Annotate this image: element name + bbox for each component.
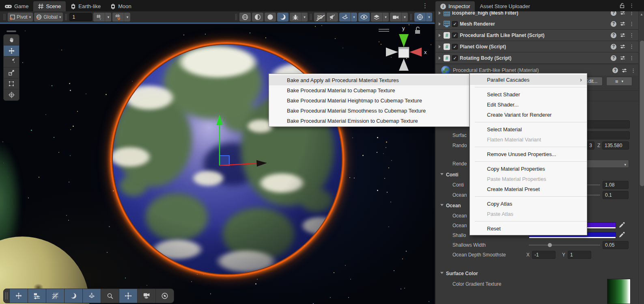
tab-scene[interactable]: Scene [33, 1, 66, 11]
overlay-drag-handle[interactable] [4, 292, 9, 300]
foldout-icon[interactable] [439, 45, 441, 48]
menu-item-remove-unused[interactable]: Remove Unused Properties... [470, 149, 587, 159]
shading-shaded-button[interactable] [265, 13, 276, 22]
foldout-icon[interactable] [439, 22, 441, 26]
menu-item-bake-emission[interactable]: Bake Procedural Material Emission to Cub… [269, 116, 469, 126]
grid-axis-button[interactable]: Y [93, 13, 105, 22]
menu-item-copy-atlas[interactable]: Copy Atlas [470, 199, 587, 209]
preset-icon[interactable] [620, 44, 625, 49]
kebab-icon[interactable]: ⋮ [629, 43, 634, 50]
tab-moon[interactable]: Moon [106, 1, 136, 11]
kebab-icon[interactable]: ⋮ [631, 67, 636, 74]
shading-wireframe-button[interactable] [239, 13, 251, 22]
slider-track[interactable] [529, 245, 600, 245]
chevron-down-icon[interactable]: ▾ [351, 13, 357, 22]
scroll-up-icon[interactable]: ▲ [640, 13, 643, 16]
menu-item-copy-properties[interactable]: Copy Material Properties [470, 164, 587, 174]
help-icon[interactable]: ? [611, 11, 616, 16]
debug-bug-button[interactable] [290, 13, 301, 22]
rotate-tool[interactable] [4, 56, 19, 67]
color-gradient-thumbnail[interactable] [607, 279, 631, 304]
scene-viewport[interactable]: y x [0, 24, 435, 304]
effects-button[interactable] [339, 13, 351, 22]
chevron-down-icon[interactable]: ▾ [401, 13, 408, 22]
preset-icon[interactable] [620, 11, 625, 15]
preset-icon[interactable] [620, 55, 625, 61]
menu-item-edit-shader[interactable]: Edit Shader... [470, 100, 587, 110]
hand-tool[interactable] [4, 35, 19, 46]
component-enabled-checkbox[interactable]: ✓ [452, 55, 458, 61]
audio-mute-button[interactable] [327, 13, 338, 22]
y-axis-cone[interactable] [399, 34, 409, 47]
neg-x-axis-cone[interactable] [386, 48, 398, 56]
component-rotating-body[interactable]: # ✓ Rotating Body (Script) ? ⋮ [435, 52, 644, 64]
kebab-icon[interactable]: ⋮ [629, 55, 634, 61]
eyedropper-icon[interactable] [619, 232, 625, 238]
chevron-down-icon[interactable]: ▾ [382, 13, 389, 22]
overlay-grid-button[interactable] [46, 289, 64, 303]
overlay-search-button[interactable] [101, 289, 119, 303]
camera-view-button[interactable] [390, 13, 401, 22]
chevron-down-icon[interactable]: ▾ [124, 13, 130, 22]
overlay-lighting-button[interactable] [64, 289, 82, 303]
component-mesh-filter[interactable]: Icosphere_high (Mesh Filter) ? ⋮ [435, 11, 644, 18]
help-icon[interactable]: ? [612, 67, 618, 73]
foldout-open-icon[interactable] [440, 204, 444, 206]
kebab-icon[interactable]: ⋮ [629, 32, 634, 38]
menu-item-bake-cubemap[interactable]: Bake Procedural Material to Cubemap Text… [269, 85, 469, 96]
scale-tool[interactable] [4, 67, 19, 78]
pivot-mode-button[interactable]: Pivot▾ [8, 13, 33, 22]
x-field[interactable]: -1 [532, 251, 556, 259]
slider-knob[interactable] [548, 243, 552, 247]
component-planet-glow[interactable]: # ✓ Planet Glow (Script) ? ⋮ [435, 41, 644, 52]
chevron-down-icon[interactable]: ▾ [105, 13, 111, 22]
menu-item-bake-heightmap[interactable]: Bake Procedural Material Heightmap to Cu… [269, 96, 469, 106]
snap-increment-button[interactable] [112, 13, 124, 22]
value-field[interactable]: 0.05 [603, 241, 629, 249]
menu-item-bake-apply-all[interactable]: Bake and Apply all Procedural Material T… [269, 75, 469, 85]
preset-icon[interactable] [620, 33, 625, 38]
overlay-tools-button[interactable] [9, 289, 28, 303]
help-icon[interactable]: ? [611, 33, 616, 38]
scrollbar-thumb[interactable] [640, 41, 644, 186]
menu-item-select-material[interactable]: Select Material [470, 124, 587, 135]
layers-button[interactable] [371, 13, 382, 22]
foldout-icon[interactable] [439, 11, 441, 15]
2d-mode-button[interactable]: 2D [314, 13, 325, 22]
component-enabled-checkbox[interactable]: ✓ [452, 44, 458, 50]
component-enabled-checkbox[interactable]: ✓ [452, 33, 458, 38]
inspector-scrollbar[interactable]: ▲ [638, 11, 644, 304]
tab-game[interactable]: Game [0, 1, 33, 11]
overlay-view-options-button[interactable] [28, 289, 46, 303]
red-moon[interactable] [365, 261, 435, 304]
preset-icon[interactable] [620, 21, 625, 26]
component-mesh-renderer[interactable]: ✓ Mesh Renderer ? ⋮ [435, 18, 644, 30]
overlay-cameras-button[interactable] [137, 289, 155, 303]
component-enabled-checkbox[interactable]: ✓ [452, 21, 458, 27]
unlock-icon[interactable] [415, 27, 420, 34]
unlock-icon[interactable] [619, 2, 625, 9]
transform-tool[interactable] [4, 89, 19, 100]
eyedropper-icon[interactable] [619, 222, 625, 228]
pane-menu-kebab[interactable]: ⋮ [422, 0, 428, 11]
move-tool[interactable] [4, 46, 19, 56]
menu-item-select-shader[interactable]: Select Shader [470, 89, 587, 100]
material-list-dropdown[interactable]: ≡▾ [606, 77, 632, 86]
xy-plane-handle[interactable] [220, 156, 229, 165]
menu-item-create-preset[interactable]: Create Material Preset [470, 184, 587, 194]
foldout-open-icon[interactable] [440, 173, 444, 175]
kebab-icon[interactable]: ⋮ [629, 11, 634, 16]
menu-item-create-variant[interactable]: Create Variant for Renderer [470, 110, 587, 120]
overlay-orientation-button[interactable] [119, 289, 137, 303]
shading-shaded-wire-button[interactable] [252, 13, 263, 22]
lighting-toggle-button[interactable] [277, 13, 289, 22]
section-surface-color[interactable]: Surface Color [435, 269, 644, 278]
foldout-open-icon[interactable] [440, 272, 444, 274]
gizmos-button[interactable] [414, 13, 426, 22]
z-field[interactable]: 135.580 [602, 141, 629, 150]
chevron-down-icon[interactable]: ▾ [426, 13, 432, 22]
foldout-icon[interactable] [439, 56, 441, 60]
grid-size-field[interactable]: 1 [69, 13, 92, 21]
help-icon[interactable]: ? [611, 55, 616, 61]
kebab-icon[interactable]: ⋮ [629, 2, 634, 9]
